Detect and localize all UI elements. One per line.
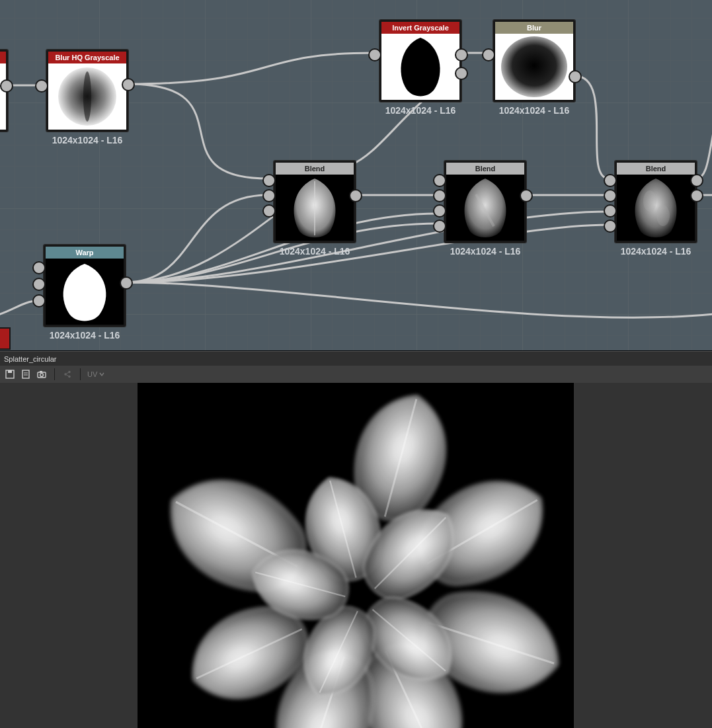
node-warp[interactable]: Warp 1024x1024 - L16 xyxy=(44,245,126,327)
node-title: Blur HQ Grayscale xyxy=(48,52,126,63)
svg-point-12 xyxy=(643,190,656,212)
node-thumbnail xyxy=(48,63,126,130)
node-graph-canvas[interactable]: L16 Blur HQ Grayscale 1024x1024 - L16 In… xyxy=(0,0,712,351)
port-in[interactable] xyxy=(433,189,446,202)
port-in[interactable] xyxy=(433,174,446,187)
node-title: Blend xyxy=(446,163,524,175)
port-in[interactable] xyxy=(262,204,276,218)
node-info: 1024x1024 - L16 xyxy=(446,246,524,257)
node-title: Blur xyxy=(495,22,573,34)
port-out[interactable] xyxy=(455,67,468,80)
port-out[interactable] xyxy=(349,189,362,202)
svg-rect-15 xyxy=(8,370,12,373)
chevron-down-icon xyxy=(99,372,104,377)
port-in[interactable] xyxy=(604,220,617,233)
preview-toolbar: UV xyxy=(0,366,712,384)
node-title: Warp xyxy=(46,247,124,259)
svg-line-25 xyxy=(65,372,69,375)
svg-point-4 xyxy=(83,71,91,122)
node-blend-2[interactable]: Blend 1024x1024 - L16 xyxy=(444,161,526,243)
svg-line-26 xyxy=(65,374,69,377)
preview-viewport[interactable] xyxy=(0,383,712,728)
node-blur[interactable]: Blur 1024x1024 - L16 xyxy=(493,20,575,102)
node-invert-grayscale[interactable]: Invert Grayscale 1024x1024 - L16 xyxy=(379,20,461,102)
port-in[interactable] xyxy=(433,204,446,218)
node-info: L16 xyxy=(0,135,6,145)
svg-rect-0 xyxy=(0,63,6,130)
port-in[interactable] xyxy=(482,48,495,61)
svg-rect-16 xyxy=(22,370,29,378)
node-thumbnail xyxy=(381,34,459,100)
node-thumbnail xyxy=(617,175,695,241)
port-out[interactable] xyxy=(690,174,703,187)
node-title: Invert Grayscale xyxy=(381,22,459,34)
port-in[interactable] xyxy=(262,189,276,202)
port-in[interactable] xyxy=(433,220,446,233)
node-thumbnail xyxy=(446,175,524,241)
node-title xyxy=(0,52,6,63)
node-thumbnail xyxy=(276,175,354,241)
port-in[interactable] xyxy=(32,278,46,291)
port-in[interactable] xyxy=(262,174,276,187)
node-title: Blend xyxy=(617,163,695,175)
toolbar-divider xyxy=(54,368,55,380)
port-in[interactable] xyxy=(604,174,617,187)
svg-point-7 xyxy=(501,36,567,97)
node-blend-1[interactable]: Blend 1024x1024 - L16 xyxy=(274,161,356,243)
node-info: 1024x1024 - L16 xyxy=(617,246,695,257)
toolbar-camera-icon[interactable] xyxy=(36,369,48,380)
node-info: 1024x1024 - L16 xyxy=(276,246,354,257)
node-thumbnail xyxy=(0,63,6,130)
node-blend-3[interactable]: Blend 1024x1024 - L16 xyxy=(615,161,697,243)
port-out[interactable] xyxy=(122,78,135,91)
svg-point-20 xyxy=(40,374,44,377)
port-in[interactable] xyxy=(604,189,617,202)
preview-panel-title: Splatter_circular xyxy=(0,351,712,367)
port-in[interactable] xyxy=(604,204,617,218)
node-title: Blend xyxy=(276,163,354,175)
port-out[interactable] xyxy=(520,189,533,202)
port-out[interactable] xyxy=(0,79,13,93)
toolbar-doc-icon[interactable] xyxy=(20,369,32,380)
node-thumbnail xyxy=(46,259,124,325)
node-info: 1024x1024 - L16 xyxy=(48,135,126,145)
port-in[interactable] xyxy=(35,79,48,93)
toolbar-divider xyxy=(80,368,81,380)
node-thumbnail xyxy=(495,34,573,100)
node-blur-hq-grayscale[interactable]: Blur HQ Grayscale 1024x1024 - L16 xyxy=(46,50,128,132)
port-out[interactable] xyxy=(455,48,468,61)
port-in[interactable] xyxy=(32,294,46,307)
node-info: 1024x1024 - L16 xyxy=(46,330,124,341)
svg-rect-21 xyxy=(40,371,42,373)
uv-label: UV xyxy=(87,370,97,378)
toolbar-share-icon[interactable] xyxy=(61,369,73,380)
node-info: 1024x1024 - L16 xyxy=(495,105,573,116)
port-out[interactable] xyxy=(120,276,133,290)
port-out[interactable] xyxy=(690,189,703,202)
frame-node-fragment[interactable] xyxy=(0,327,11,350)
port-in[interactable] xyxy=(368,48,381,61)
node-info: 1024x1024 - L16 xyxy=(381,105,459,116)
port-out[interactable] xyxy=(569,70,582,83)
preview-canvas xyxy=(138,383,574,728)
uv-dropdown[interactable]: UV xyxy=(87,370,104,378)
port-in[interactable] xyxy=(32,261,46,274)
svg-point-13 xyxy=(656,205,670,226)
toolbar-save-icon[interactable] xyxy=(4,369,16,380)
